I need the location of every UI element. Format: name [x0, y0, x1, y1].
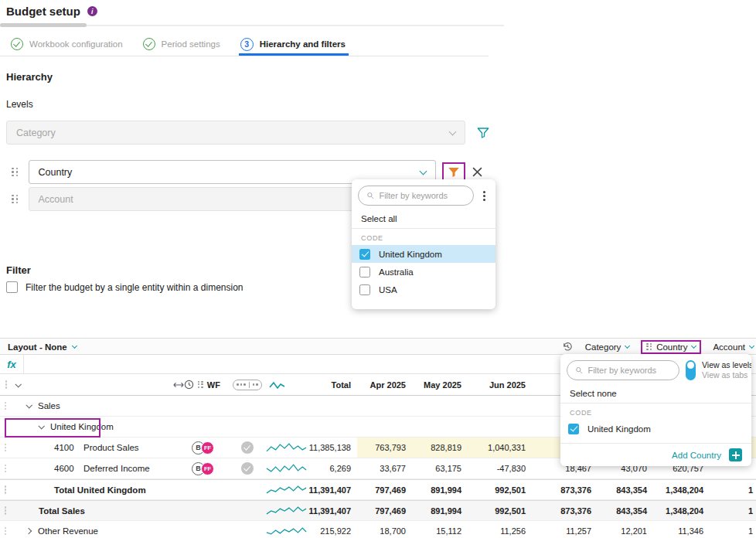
cell-month[interactable]: 843,354 — [598, 501, 653, 520]
info-icon[interactable] — [87, 6, 97, 16]
workflow-cell[interactable] — [184, 480, 232, 499]
kebab-menu-icon[interactable] — [478, 189, 489, 203]
status-cell[interactable] — [232, 458, 263, 478]
cell-month[interactable] — [412, 417, 468, 437]
cell-month[interactable]: 1 — [710, 501, 756, 520]
option-australia[interactable]: Australia — [352, 263, 495, 281]
option-usa[interactable]: USA — [352, 281, 495, 298]
cell-month[interactable] — [412, 396, 468, 416]
cell-month[interactable]: 63,175 — [412, 458, 468, 478]
checkbox-checked-icon[interactable] — [359, 249, 370, 260]
cell-month[interactable] — [357, 417, 412, 437]
cell-month[interactable]: 11,346 — [653, 521, 710, 538]
row-gutter[interactable] — [0, 521, 12, 538]
workflow-cell[interactable]: BFF — [184, 438, 232, 458]
cell-month[interactable]: 15,112 — [412, 521, 468, 538]
country-filter-button[interactable] — [447, 165, 461, 179]
dimension-chip-account[interactable]: Account — [713, 342, 754, 352]
column-header-month[interactable]: May 2025 — [412, 374, 468, 395]
cell-total[interactable] — [312, 396, 357, 416]
checkbox-unchecked-icon[interactable] — [6, 281, 18, 293]
cell-month[interactable]: 1 — [710, 521, 756, 538]
status-cell[interactable] — [232, 521, 263, 538]
cell-month[interactable]: 797,469 — [357, 480, 412, 499]
drag-handle-icon[interactable] — [12, 168, 19, 177]
cell-month[interactable]: 873,376 — [532, 480, 598, 499]
cell-month[interactable]: 873,376 — [532, 501, 598, 520]
row-gutter[interactable] — [0, 438, 12, 458]
cell-month[interactable]: 11,256 — [468, 521, 532, 538]
select-none-button[interactable]: Select none — [560, 383, 751, 403]
cell-month[interactable]: 843,354 — [598, 480, 653, 499]
row-label[interactable]: 4100Product Sales — [12, 438, 184, 458]
row-gutter[interactable] — [0, 396, 12, 416]
cell-total[interactable]: 11,391,407 — [312, 480, 357, 499]
status-cell[interactable] — [232, 417, 263, 437]
cell-month[interactable]: 992,501 — [468, 501, 532, 520]
cell-month[interactable]: 12,201 — [598, 521, 653, 538]
view-as-tabs-label[interactable]: View as tabs — [702, 370, 751, 380]
cell-month[interactable]: 1 — [710, 480, 756, 499]
name-column-header[interactable] — [12, 374, 184, 395]
workflow-cell[interactable] — [184, 501, 232, 520]
workflow-cell[interactable] — [184, 396, 232, 416]
cell-month[interactable] — [357, 396, 412, 416]
column-header-month[interactable]: Apr 2025 — [357, 374, 412, 395]
row-gutter[interactable] — [0, 501, 12, 520]
remove-level-button[interactable] — [472, 167, 482, 177]
cell-month[interactable] — [468, 396, 532, 416]
chevron-down-icon[interactable] — [26, 402, 32, 408]
row-label[interactable]: Total Sales — [12, 501, 184, 520]
drag-handle-icon[interactable] — [198, 381, 203, 388]
chevron-right-icon[interactable] — [26, 528, 32, 534]
cell-month[interactable]: 891,994 — [412, 480, 468, 499]
workflow-cell[interactable] — [184, 521, 232, 538]
option-united-kingdom[interactable]: United Kingdom — [352, 245, 495, 263]
cell-month[interactable]: -47,830 — [468, 458, 532, 478]
column-header-total[interactable]: Total — [312, 374, 357, 395]
status-cell[interactable] — [232, 438, 263, 458]
plus-button[interactable] — [729, 448, 742, 461]
filter-keywords-input[interactable] — [587, 366, 671, 375]
layout-selector[interactable]: Layout - None — [8, 339, 77, 355]
cell-total[interactable] — [312, 417, 357, 437]
drag-handle-icon[interactable] — [12, 195, 19, 204]
step-workbook-configuration[interactable]: Workbook configuration — [11, 38, 123, 50]
forecast-badge[interactable]: FF — [201, 441, 214, 455]
dimension-chip-category[interactable]: Category — [585, 342, 630, 352]
cell-month[interactable]: 33,677 — [357, 458, 412, 478]
workflow-cell[interactable] — [184, 417, 232, 437]
cell-month[interactable]: 797,469 — [357, 501, 412, 520]
view-mode-toggle[interactable] — [686, 360, 696, 380]
checkbox-unchecked-icon[interactable] — [359, 284, 370, 295]
category-level-select[interactable]: Category — [6, 121, 465, 145]
chevron-down-icon[interactable] — [38, 423, 44, 429]
checkbox-checked-icon[interactable] — [568, 424, 579, 434]
add-country-label[interactable]: Add Country — [672, 451, 721, 460]
filter-keywords-input[interactable] — [379, 191, 465, 200]
column-options-control[interactable] — [233, 380, 262, 390]
checkbox-unchecked-icon[interactable] — [359, 267, 370, 278]
cell-month[interactable]: 763,793 — [357, 438, 412, 458]
row-gutter[interactable] — [0, 458, 12, 478]
sparkline-column-header[interactable] — [263, 374, 312, 395]
row-gutter[interactable] — [0, 417, 12, 437]
grid-options-icon[interactable] — [5, 380, 7, 389]
cell-month[interactable]: 11,257 — [532, 521, 598, 538]
cell-month[interactable]: 1,348,204 — [653, 480, 710, 499]
cell-total[interactable]: 215,922 — [312, 521, 357, 538]
row-gutter[interactable] — [0, 480, 12, 499]
select-all-button[interactable]: Select all — [352, 209, 495, 228]
option-united-kingdom[interactable]: United Kingdom — [560, 420, 751, 438]
view-as-levels-label[interactable]: View as levels — [702, 360, 751, 370]
search-field[interactable] — [358, 186, 474, 206]
cell-month[interactable]: 18,700 — [357, 521, 412, 538]
status-cell[interactable] — [232, 501, 263, 520]
horizontal-scrollbar-thumb[interactable] — [0, 23, 87, 27]
cell-total[interactable]: 6,269 — [312, 458, 357, 478]
resize-columns-icon[interactable] — [173, 380, 184, 390]
column-header-month[interactable]: Jun 2025 — [468, 374, 532, 395]
row-label[interactable]: United Kingdom — [12, 417, 184, 437]
cell-month[interactable]: 1,348,204 — [653, 501, 710, 520]
row-label[interactable]: Total United Kingdom — [12, 480, 184, 499]
